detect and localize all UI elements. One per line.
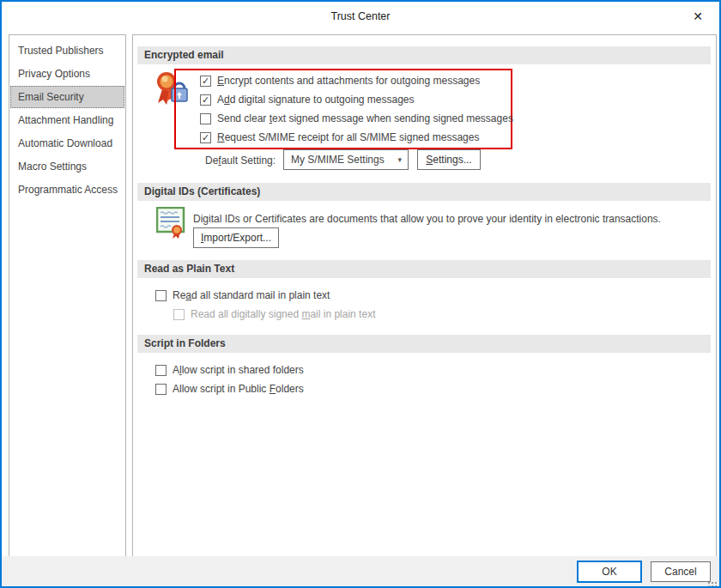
checkbox-read-signed-plain: Read all digitally signed mail in plain … [173, 307, 375, 321]
checkbox-label: Read all standard mail in plain text [173, 289, 330, 301]
checkbox-label: Read all digitally signed mail in plain … [191, 308, 375, 320]
section-header-digital-ids: Digital IDs (Certificates) [137, 183, 711, 201]
checkbox-allow-script-public[interactable]: Allow script in Public Folders [155, 382, 304, 396]
default-setting-dropdown[interactable]: My S/MIME Settings ▾ [283, 149, 409, 170]
checkbox-label: Add digital signature to outgoing messag… [217, 94, 415, 106]
dialog-title: Trust Center [2, 2, 719, 31]
chevron-down-icon: ▾ [397, 150, 402, 169]
checkbox-label: Request S/MIME receipt for all S/MIME si… [217, 131, 479, 143]
ok-button[interactable]: OK [577, 561, 642, 583]
certificate-icon [156, 207, 187, 239]
dropdown-value: My S/MIME Settings [291, 154, 385, 166]
checkbox-box [155, 365, 167, 376]
checkbox-label: Send clear text signed message when send… [217, 112, 513, 124]
checkbox-label: Allow script in shared folders [173, 364, 304, 376]
sidebar: Trusted Publishers Privacy Options Email… [9, 34, 126, 558]
sidebar-item-trusted-publishers[interactable]: Trusted Publishers [10, 39, 124, 62]
checkbox-box [155, 290, 167, 301]
settings-button[interactable]: Settings... [417, 149, 481, 170]
footer-bar: OK Cancel [2, 556, 719, 586]
checkbox-box [173, 309, 185, 320]
checkbox-box: ✓ [200, 94, 211, 106]
checkbox-label: Encrypt contents and attachments for out… [217, 75, 480, 87]
resize-grip[interactable] [715, 582, 717, 584]
checkbox-box: ✓ [200, 76, 211, 87]
checkbox-box [200, 113, 211, 124]
sidebar-item-automatic-download[interactable]: Automatic Download [10, 132, 124, 155]
checkbox-box: ✓ [200, 132, 211, 143]
digital-ids-description: Digital IDs or Certificates are document… [193, 213, 661, 225]
checkbox-encrypt-contents[interactable]: ✓ Encrypt contents and attachments for o… [200, 74, 480, 88]
checkbox-request-smime-receipt[interactable]: ✓ Request S/MIME receipt for all S/MIME … [200, 130, 479, 144]
sidebar-item-attachment-handling[interactable]: Attachment Handling [10, 109, 124, 131]
checkbox-label: Allow script in Public Folders [173, 383, 304, 395]
main-panel: Encrypted email ✓ Encrypt contents and a… [132, 34, 717, 558]
trust-center-dialog: Trust Center ✕ Trusted Publishers Privac… [0, 0, 721, 588]
section-header-encrypted-email: Encrypted email [137, 46, 711, 64]
section-header-script-in-folders: Script in Folders [137, 335, 711, 353]
import-export-button[interactable]: Import/Export... [193, 227, 279, 248]
cancel-button[interactable]: Cancel [651, 561, 711, 582]
checkbox-box [155, 384, 167, 395]
checkbox-add-digital-signature[interactable]: ✓ Add digital signature to outgoing mess… [200, 93, 415, 106]
sidebar-item-privacy-options[interactable]: Privacy Options [10, 63, 124, 85]
checkbox-allow-script-shared[interactable]: Allow script in shared folders [155, 363, 304, 377]
sidebar-item-email-security[interactable]: Email Security [10, 86, 124, 108]
title-bar: Trust Center ✕ [2, 2, 719, 31]
close-icon[interactable]: ✕ [690, 9, 706, 24]
checkbox-send-clear-text[interactable]: Send clear text signed message when send… [200, 112, 513, 125]
checkbox-read-standard-plain[interactable]: Read all standard mail in plain text [155, 288, 330, 302]
section-header-read-plain-text: Read as Plain Text [137, 260, 711, 278]
sidebar-item-macro-settings[interactable]: Macro Settings [10, 155, 124, 178]
seal-lock-icon [155, 70, 188, 108]
default-setting-label: Default Setting: [205, 155, 276, 167]
sidebar-item-programmatic-access[interactable]: Programmatic Access [10, 179, 124, 201]
